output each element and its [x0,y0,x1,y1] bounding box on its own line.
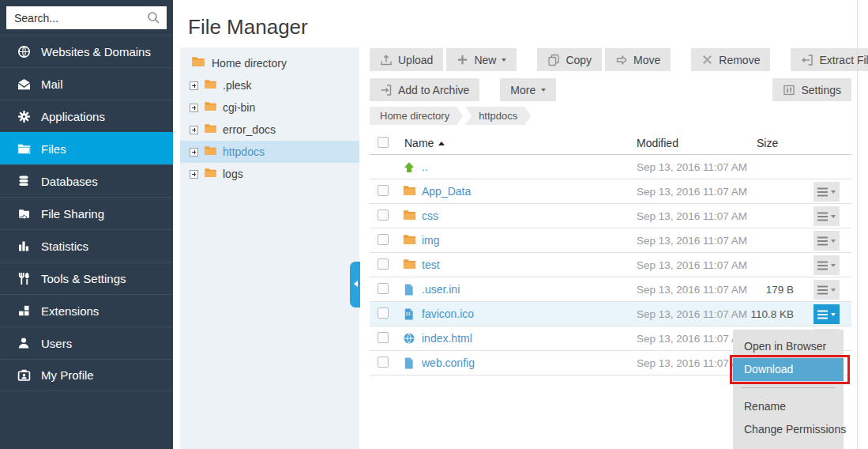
breadcrumb-httpdocs[interactable]: httpdocs [465,107,531,125]
upload-button[interactable]: Upload [370,48,443,71]
row-checkbox[interactable] [378,258,389,270]
tree-collapse-handle[interactable] [350,262,360,308]
tree-item-error-docs[interactable]: error_docs [180,119,359,141]
row-menu-button[interactable] [814,182,840,202]
add-to-archive-button[interactable]: Add to Archive [370,78,479,101]
row-checkbox[interactable] [378,209,389,221]
sidebar-item-extensions[interactable]: Extensions [0,294,173,326]
tree-item-logs[interactable]: logs [180,163,359,185]
file-link[interactable]: web.config [422,357,475,369]
sidebar-item-users[interactable]: Users [0,326,173,359]
share-icon [17,207,31,221]
file-link[interactable]: index.html [422,332,472,345]
menu-separator [741,387,836,388]
file-link[interactable]: .. [422,160,428,173]
row-menu-button[interactable] [814,231,840,251]
menu-item-change-permissions[interactable]: Change Permissions [733,418,844,441]
sidebar-item-websites-domains[interactable]: Websites & Domains [0,35,173,67]
html-file-icon [403,332,416,345]
menu-icon [817,240,828,242]
sidebar-item-file-sharing[interactable]: File Sharing [0,197,173,229]
sidebar-item-applications[interactable]: Applications [0,100,173,132]
row-menu-button-open[interactable] [814,304,840,324]
tools-icon [17,272,31,285]
menu-item-rename[interactable]: Rename [733,395,844,418]
file-link[interactable]: test [422,258,440,271]
folder-icon [204,79,217,92]
chevron-down-icon [831,313,836,319]
chevron-down-icon [831,264,836,270]
row-checkbox[interactable] [378,234,389,245]
column-header-size[interactable]: Size [757,137,778,149]
file-link[interactable]: img [422,234,440,247]
search-box [6,6,167,29]
context-menu: Open in Browser Download Rename Change P… [733,330,844,449]
sidebar-item-databases[interactable]: Databases [0,164,173,197]
folder-icon [403,209,416,223]
sidebar-item-statistics[interactable]: Statistics [0,229,173,262]
id-card-icon [17,368,31,382]
menu-item-open-in-browser[interactable]: Open in Browser [733,335,844,358]
breadcrumb-home-directory[interactable]: Home directory [370,107,463,125]
sidebar-item-tools-settings[interactable]: Tools & Settings [0,262,173,294]
folder-icon [204,101,217,114]
content-right-border [857,0,858,449]
new-button[interactable]: New [446,48,517,71]
sidebar-item-mail[interactable]: Mail [0,67,173,100]
row-menu-button[interactable] [814,280,840,300]
tree-item-label: .plesk [223,79,252,92]
image-file-icon: 01 [403,308,416,321]
file-link[interactable]: favicon.ico [422,308,474,320]
more-button[interactable]: More [500,78,556,101]
row-menu-button[interactable] [814,206,840,226]
row-menu-button[interactable] [814,255,840,275]
tree-item-label: error_docs [223,123,276,136]
select-all-checkbox[interactable] [378,137,389,148]
row-checkbox[interactable] [378,283,389,294]
page-title: File Manager [188,15,308,40]
bar-chart-icon [17,240,31,253]
breadcrumb: Home directory httpdocs [370,107,533,125]
row-checkbox[interactable] [378,308,389,319]
globe-icon [17,45,31,58]
sidebar-item-my-profile[interactable]: My Profile [0,359,173,391]
menu-item-download[interactable]: Download [733,358,844,381]
file-link[interactable]: App_Data [422,185,471,198]
chevron-down-icon [831,191,836,196]
table-row: App_Data Sep 13, 2016 11:07 AM [370,179,851,204]
upload-icon [380,54,393,66]
file-manager-content: Upload New Copy Move Remove Extract File… [370,48,851,449]
column-header-name[interactable]: Name [404,137,445,149]
tree-item-plesk[interactable]: .plesk [180,74,359,96]
expand-icon[interactable] [190,148,198,157]
tree-item-cgi-bin[interactable]: cgi-bin [180,96,359,119]
toolbar-row-1: Upload New Copy Move Remove Extract File… [370,48,868,71]
sliders-icon [783,84,795,96]
search-icon[interactable] [147,11,160,28]
expand-icon[interactable] [190,126,198,134]
row-checkbox[interactable] [378,185,389,196]
expand-icon[interactable] [190,104,198,112]
table-row: css Sep 13, 2016 11:07 AM [370,204,851,228]
remove-button[interactable]: Remove [691,48,770,71]
file-link[interactable]: .user.ini [422,283,460,296]
expand-icon[interactable] [190,81,198,90]
svg-text:01: 01 [406,311,411,316]
search-input[interactable] [6,6,167,29]
settings-button[interactable]: Settings [772,78,851,101]
sidebar-item-files[interactable]: Files [0,132,173,164]
tree-item-home-directory[interactable]: Home directory [180,47,359,74]
row-checkbox[interactable] [378,332,389,343]
row-checkbox[interactable] [378,357,389,368]
copy-button[interactable]: Copy [537,48,602,71]
extract-icon [801,54,814,66]
x-icon [701,54,713,66]
move-button[interactable]: Move [605,48,671,71]
tree-item-httpdocs[interactable]: httpdocs [180,141,359,163]
column-header-modified[interactable]: Modified [637,137,678,149]
menu-icon [817,314,828,315]
directory-tree-panel: Home directory .plesk cgi-bin error_docs… [180,47,359,449]
sidebar-item-label: Tools & Settings [41,272,126,285]
expand-icon[interactable] [190,170,198,179]
file-link[interactable]: css [422,209,438,222]
